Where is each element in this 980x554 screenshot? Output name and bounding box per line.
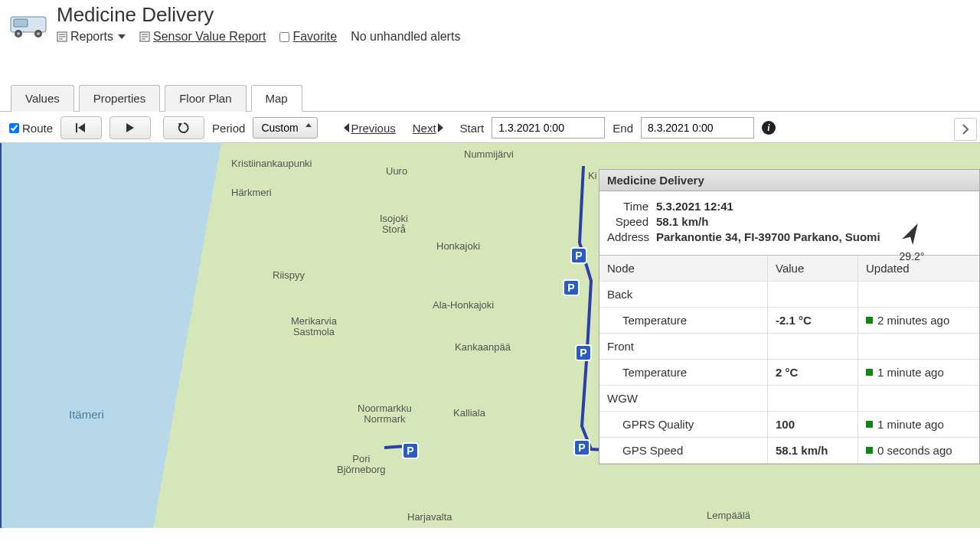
svg-text:P: P [567,282,574,294]
play-icon [125,122,136,133]
time-label: Time [607,200,656,213]
alert-status: No unhandled alerts [351,30,460,44]
refresh-icon [177,121,191,135]
favorite-checkbox[interactable] [279,32,289,42]
page-title: Medicine Delivery [57,3,974,27]
col-node: Node [599,256,768,281]
route-toggle[interactable]: Route [9,122,53,135]
svg-rect-1 [14,19,28,27]
chevron-right-icon [962,123,969,135]
parking-marker[interactable]: P [401,442,420,463]
place-label: Harjavalta [407,512,452,523]
svg-text:P: P [580,347,586,359]
route-label: Route [22,122,53,135]
table-group-row: Back [599,282,979,308]
table-group-row: WGW [599,386,979,412]
favorite-toggle[interactable]: Favorite [279,30,337,44]
tab-floorplan[interactable]: Floor Plan [165,85,246,112]
period-label: Period [212,122,245,135]
svg-text:P: P [407,445,413,457]
parking-marker[interactable]: P [574,344,593,365]
report-icon [139,31,150,42]
table-row: GPS Speed58.1 km/h0 seconds ago [599,438,979,464]
table-row: Temperature2 °C1 minute ago [599,360,979,386]
info-icon[interactable]: i [762,121,776,135]
triangle-left-icon [344,123,349,132]
svg-point-3 [17,32,20,35]
address-label: Address [607,230,656,243]
table-group-row: Front [599,334,979,360]
sea-label: Itämeri [69,408,104,421]
reports-dropdown[interactable]: Reports [57,30,126,44]
place-label: NoormarkkuNorrmark [358,403,412,425]
favorite-label: Favorite [292,30,337,44]
svg-point-5 [37,32,40,35]
place-label: Kalliala [453,408,485,419]
play-button[interactable] [109,116,151,139]
reports-label: Reports [70,30,113,44]
svg-text:P: P [575,249,582,262]
start-input[interactable] [492,117,605,138]
tab-map[interactable]: Map [251,85,302,112]
info-panel: Medicine Delivery Time 5.3.2021 12:41 Sp… [599,169,980,464]
tab-bar: Values Properties Floor Plan Map [0,84,980,112]
skip-back-icon [75,122,87,133]
status-dot-icon [866,447,873,454]
controls-row: Route Period Custom Previous Next Start … [0,112,980,143]
compass-arrow-icon [898,220,926,248]
route-checkbox[interactable] [9,123,19,133]
svg-marker-15 [78,123,85,132]
place-label: MerikarviaSastmola [291,316,337,338]
place-label: IsojokiStorå [380,213,408,236]
place-label: Lempäälä [707,510,750,521]
van-icon [6,8,52,44]
place-label: Nummijärvi [464,149,514,160]
parking-marker[interactable]: P [573,438,591,460]
previous-link[interactable]: Previous [344,122,395,135]
heading-compass: 29.2° [898,220,926,262]
heading-value: 29.2° [898,250,926,262]
panel-title: Medicine Delivery [599,170,979,191]
parking-marker[interactable]: P [570,246,588,268]
start-label: Start [460,122,485,135]
skip-back-button[interactable] [60,116,102,139]
previous-label: Previous [351,122,395,135]
place-label: Uuro [386,166,407,177]
place-label: Kristiinankaupunki [231,158,312,169]
end-label: End [612,122,633,135]
table-row: Temperature-2.1 °C2 minutes ago [599,308,979,334]
end-input[interactable] [641,117,754,138]
tab-properties[interactable]: Properties [79,85,160,112]
status-dot-icon [866,369,873,376]
place-label: Riispyy [273,270,305,281]
sensor-report-label: Sensor Value Report [153,30,266,44]
place-label: Honkajoki [436,241,480,252]
col-value: Value [768,256,858,281]
caret-down-icon [118,34,126,39]
place-label: Ki [588,171,597,181]
status-dot-icon [866,317,873,324]
svg-rect-14 [76,123,77,132]
period-select[interactable]: Custom [253,117,318,138]
tab-values[interactable]: Values [11,85,74,112]
svg-marker-16 [126,123,134,132]
header-bar: Medicine Delivery Reports Sensor Value R… [0,0,980,44]
place-label: PoriBjörneborg [337,454,386,476]
place-label: Kankaanpää [455,342,511,353]
place-label: Ala-Honkajoki [433,300,494,311]
sensor-report-link[interactable]: Sensor Value Report [139,30,266,44]
report-icon [57,31,67,42]
table-row: GPRS Quality1001 minute ago [599,412,979,438]
svg-marker-32 [902,220,923,245]
time-value: 5.3.2021 12:41 [656,200,972,213]
sensor-table: Node Value Updated BackTemperature-2.1 °… [599,255,979,464]
parking-marker[interactable]: P [562,279,580,300]
next-label: Next [413,122,436,135]
status-dot-icon [866,421,873,428]
svg-text:P: P [578,442,585,454]
speed-label: Speed [607,215,656,228]
triangle-right-icon [438,123,443,132]
refresh-button[interactable] [163,116,204,139]
next-link[interactable]: Next [413,122,443,135]
expand-button[interactable] [954,118,977,141]
